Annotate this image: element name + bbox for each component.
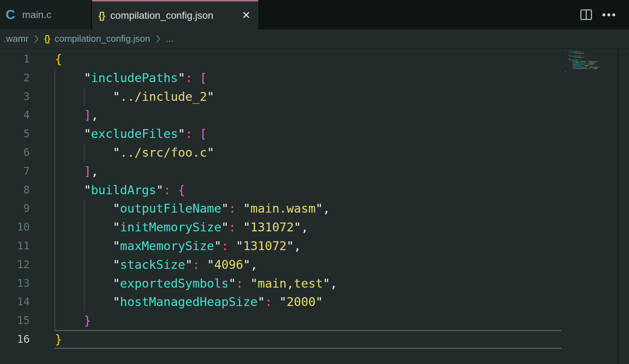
code-line[interactable]: "stackSize": "4096", — [55, 255, 337, 274]
code-line[interactable]: "maxMemorySize": "131072", — [55, 237, 337, 255]
tab-label-compilation-config-json: compilation_config.json — [110, 10, 213, 21]
line-number: 12 — [0, 255, 30, 274]
minimap[interactable]: { "includePaths": [ "../include_2" ], "e… — [562, 49, 618, 364]
tab-main-c[interactable]: C main.c — [0, 0, 92, 29]
code-line[interactable]: ], — [55, 106, 337, 125]
vscode-window: C main.c {} compilation_config.json ✕ — [0, 0, 629, 364]
editor-tab-bar: C main.c {} compilation_config.json ✕ — [0, 0, 629, 29]
minimap-content: { "includePaths": [ "../include_2" ], "e… — [562, 49, 618, 72]
code-line[interactable]: { — [55, 50, 337, 69]
code-line[interactable]: ], — [55, 162, 337, 181]
breadcrumb-folder[interactable]: .wamr — [4, 33, 29, 44]
line-number: 6 — [0, 143, 30, 162]
line-number: 14 — [0, 293, 30, 311]
code-line[interactable]: } — [55, 330, 337, 349]
chevron-right-icon — [155, 34, 161, 44]
tab-compilation-config-json[interactable]: {} compilation_config.json ✕ — [92, 0, 258, 29]
breadcrumb-symbol-ellipsis[interactable]: ... — [166, 33, 174, 44]
line-number: 8 — [0, 181, 30, 200]
code-line[interactable]: "exportedSymbols": "main,test", — [55, 274, 337, 293]
line-number: 3 — [0, 87, 30, 106]
line-number: 2 — [0, 69, 30, 87]
line-number: 9 — [0, 199, 30, 218]
line-number: 7 — [0, 162, 30, 181]
code-line[interactable]: "buildArgs": { — [55, 181, 337, 200]
chevron-right-icon — [34, 34, 39, 44]
code-line[interactable]: "../include_2" — [55, 87, 337, 106]
editor-actions — [580, 0, 616, 29]
line-number: 16 — [0, 330, 30, 349]
editor-pane: 12345678910111213141516 { "includePaths"… — [0, 49, 629, 364]
line-number: 15 — [0, 311, 30, 330]
code-line[interactable]: "../src/foo.c" — [55, 143, 337, 162]
split-editor-icon[interactable] — [580, 9, 592, 20]
code-line[interactable]: "hostManagedHeapSize": "2000" — [55, 293, 337, 311]
code-content[interactable]: { "includePaths": [ "../include_2" ], "e… — [55, 50, 337, 349]
code-line[interactable]: "initMemorySize": "131072", — [55, 218, 337, 237]
tab-label-main-c: main.c — [22, 9, 51, 21]
line-number: 10 — [0, 218, 30, 237]
line-number: 1 — [0, 50, 30, 69]
code-line[interactable]: "includePaths": [ — [55, 69, 337, 87]
line-number: 5 — [0, 125, 30, 143]
code-line[interactable]: "outputFileName": "main.wasm", — [55, 199, 337, 218]
json-braces-icon: {} — [44, 34, 50, 44]
line-number-gutter: 12345678910111213141516 — [0, 50, 30, 349]
more-actions-icon[interactable] — [602, 13, 616, 17]
line-number: 4 — [0, 106, 30, 125]
minimap-right-border — [618, 49, 618, 364]
code-line[interactable]: } — [55, 311, 337, 330]
code-line[interactable]: "excludeFiles": [ — [55, 125, 337, 143]
close-tab-icon[interactable]: ✕ — [242, 10, 250, 21]
breadcrumb: .wamr {} compilation_config.json ... — [0, 29, 629, 49]
breadcrumb-file[interactable]: compilation_config.json — [54, 33, 150, 44]
c-file-icon: C — [6, 8, 15, 21]
line-number: 13 — [0, 274, 30, 293]
line-number: 11 — [0, 237, 30, 255]
json-braces-icon: {} — [98, 11, 105, 21]
